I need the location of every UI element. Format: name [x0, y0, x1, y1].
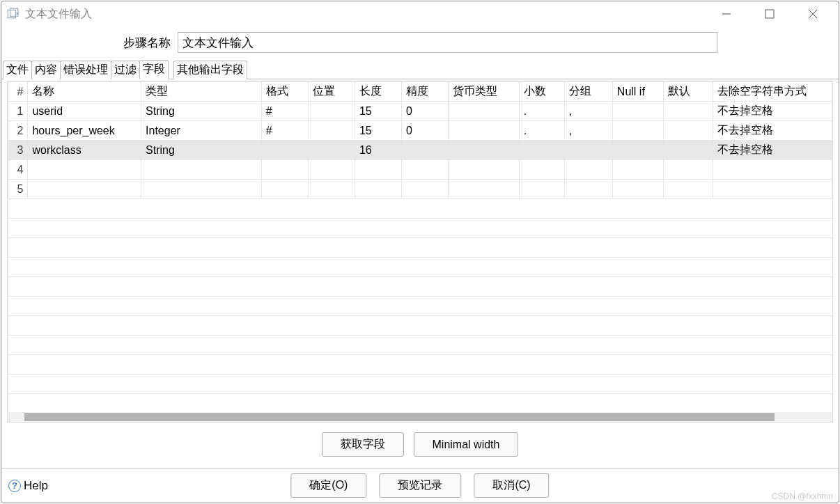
cell-group[interactable]	[564, 141, 612, 160]
cell-format[interactable]	[261, 160, 308, 180]
table-row[interactable]: 4	[8, 160, 832, 180]
cell-decimal[interactable]	[519, 160, 564, 180]
cell-type[interactable]: String	[141, 141, 262, 160]
cell-decimal[interactable]	[519, 180, 564, 199]
cell-position[interactable]	[308, 141, 355, 160]
cell-currency[interactable]	[449, 141, 520, 160]
cell-type[interactable]: String	[141, 102, 262, 121]
cell-trim[interactable]: 不去掉空格	[713, 141, 832, 160]
cell-currency[interactable]	[449, 102, 520, 121]
tab-file[interactable]: 文件	[3, 61, 32, 79]
cell-name[interactable]: hours_per_week	[28, 121, 141, 141]
row-index[interactable]: 4	[8, 160, 28, 180]
cell-precision[interactable]: 0	[402, 102, 449, 121]
cell-nullif[interactable]	[612, 180, 663, 199]
row-index[interactable]: 1	[8, 102, 28, 121]
cell-length[interactable]: 16	[355, 141, 401, 160]
table-row[interactable]: 1useridString#150.,不去掉空格	[8, 102, 832, 121]
cell-type[interactable]	[141, 160, 262, 180]
cell-default[interactable]	[664, 160, 713, 180]
fields-table[interactable]: # 名称 类型 格式 位置 长度 精度 货币类型 小数 分组 Null if 默…	[8, 81, 832, 199]
cell-precision[interactable]: 0	[402, 121, 449, 141]
minimize-icon[interactable]	[715, 4, 738, 24]
cell-length[interactable]	[355, 180, 401, 199]
cell-group[interactable]: ,	[564, 102, 612, 121]
col-name[interactable]: 名称	[28, 82, 141, 102]
col-default[interactable]: 默认	[664, 82, 713, 102]
col-currency[interactable]: 货币类型	[449, 82, 520, 102]
table-row[interactable]: 3workclassString16不去掉空格	[8, 141, 832, 160]
cell-position[interactable]	[308, 180, 355, 199]
cell-position[interactable]	[308, 121, 355, 141]
help-link[interactable]: ? Help	[8, 479, 48, 493]
col-format[interactable]: 格式	[261, 82, 308, 102]
tab-other-output[interactable]: 其他输出字段	[173, 61, 247, 79]
step-name-input[interactable]	[178, 32, 717, 53]
cell-length[interactable]: 15	[355, 121, 401, 141]
cancel-button[interactable]: 取消(C)	[474, 473, 549, 498]
cell-nullif[interactable]	[612, 121, 663, 141]
cell-decimal[interactable]	[519, 141, 564, 160]
cell-name[interactable]: workclass	[28, 141, 141, 160]
cell-default[interactable]	[664, 121, 713, 141]
cell-position[interactable]	[308, 102, 355, 121]
cell-name[interactable]: userid	[28, 102, 141, 121]
col-nullif[interactable]: Null if	[612, 82, 663, 102]
cell-currency[interactable]	[449, 121, 520, 141]
cell-group[interactable]	[564, 160, 612, 180]
col-decimal[interactable]: 小数	[519, 82, 564, 102]
get-fields-button[interactable]: 获取字段	[322, 432, 404, 457]
cell-position[interactable]	[308, 160, 355, 180]
tab-content[interactable]: 内容	[31, 61, 61, 79]
cell-name[interactable]	[28, 180, 141, 199]
cell-length[interactable]	[355, 160, 401, 180]
tab-fields[interactable]: 字段	[139, 60, 169, 79]
cell-format[interactable]	[261, 141, 308, 160]
cell-nullif[interactable]	[612, 141, 663, 160]
col-length[interactable]: 长度	[355, 82, 401, 102]
cell-default[interactable]	[664, 141, 713, 160]
cell-default[interactable]	[664, 102, 713, 121]
cell-name[interactable]	[28, 160, 141, 180]
row-index[interactable]: 2	[8, 121, 28, 141]
cell-group[interactable]: ,	[564, 121, 612, 141]
cell-nullif[interactable]	[612, 160, 663, 180]
row-index[interactable]: 5	[8, 180, 28, 199]
table-row[interactable]: 2hours_per_weekInteger#150.,不去掉空格	[8, 121, 832, 141]
cell-nullif[interactable]	[612, 102, 663, 121]
col-type[interactable]: 类型	[141, 82, 262, 102]
col-trim[interactable]: 去除空字符串方式	[713, 82, 832, 102]
preview-button[interactable]: 预览记录	[379, 473, 461, 498]
cell-currency[interactable]	[449, 160, 520, 180]
cell-format[interactable]: #	[261, 121, 308, 141]
cell-precision[interactable]	[402, 141, 449, 160]
col-precision[interactable]: 精度	[402, 82, 449, 102]
cell-trim[interactable]	[713, 180, 832, 199]
cell-precision[interactable]	[402, 160, 449, 180]
cell-decimal[interactable]: .	[519, 121, 564, 141]
cell-trim[interactable]: 不去掉空格	[713, 121, 832, 141]
cell-group[interactable]	[564, 180, 612, 199]
cell-type[interactable]	[141, 180, 262, 199]
table-row[interactable]: 5	[8, 180, 832, 199]
cell-precision[interactable]	[402, 180, 449, 199]
cell-trim[interactable]: 不去掉空格	[713, 102, 832, 121]
cell-format[interactable]	[261, 180, 308, 199]
tab-filter[interactable]: 过滤	[111, 61, 140, 79]
cell-format[interactable]: #	[261, 102, 308, 121]
cell-length[interactable]: 15	[355, 102, 401, 121]
scrollbar-thumb[interactable]	[24, 413, 775, 421]
col-group[interactable]: 分组	[564, 82, 612, 102]
cell-default[interactable]	[664, 180, 713, 199]
cell-currency[interactable]	[449, 180, 520, 199]
close-icon[interactable]	[801, 4, 825, 24]
ok-button[interactable]: 确定(O)	[290, 473, 366, 498]
cell-type[interactable]: Integer	[141, 121, 262, 141]
row-index[interactable]: 3	[8, 141, 28, 160]
maximize-icon[interactable]	[758, 4, 781, 24]
col-idx[interactable]: #	[8, 82, 28, 102]
cell-decimal[interactable]: .	[519, 102, 564, 121]
horizontal-scrollbar[interactable]	[8, 412, 832, 422]
col-position[interactable]: 位置	[308, 82, 355, 102]
minimal-width-button[interactable]: Minimal width	[414, 432, 519, 457]
